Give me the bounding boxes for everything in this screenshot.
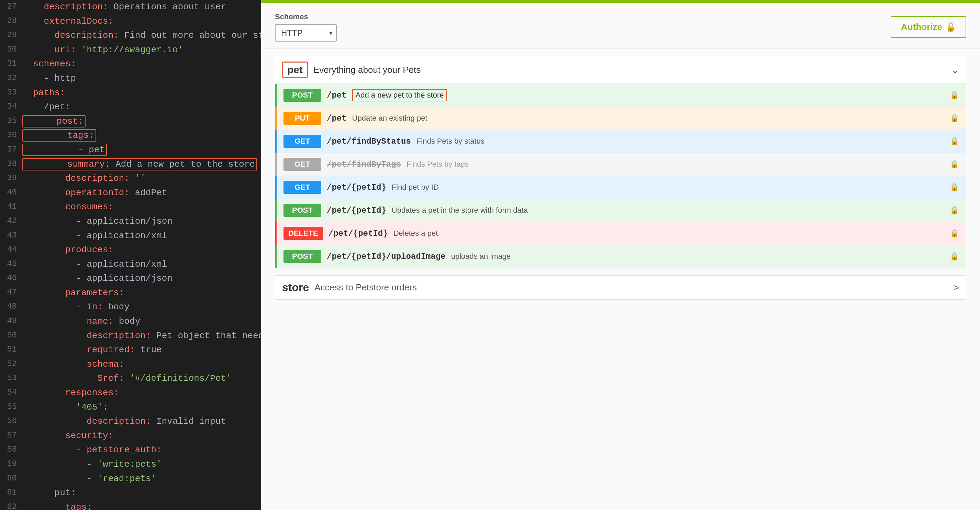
method-badge: GET bbox=[283, 181, 321, 194]
pet-badge: pet bbox=[282, 62, 308, 78]
code-line: 61 put: bbox=[0, 486, 261, 500]
endpoint-path: /pet/findByTags bbox=[327, 160, 401, 169]
method-badge: POST bbox=[283, 250, 321, 263]
endpoint-lock-icon: 🔒 bbox=[950, 137, 959, 146]
code-line: 42 - application/json bbox=[0, 214, 261, 229]
endpoint-lock-icon: 🔒 bbox=[950, 183, 959, 192]
code-line: 54 responses: bbox=[0, 386, 261, 400]
code-line: 51 required: true bbox=[0, 343, 261, 357]
endpoint-summary: Add a new pet to the store bbox=[352, 89, 447, 101]
code-line: 37 - pet bbox=[0, 143, 261, 158]
endpoint-row[interactable]: POST/petAdd a new pet to the store🔒 bbox=[275, 84, 966, 107]
endpoint-row[interactable]: POST/pet/{petId}Updates a pet in the sto… bbox=[275, 199, 966, 222]
code-line: 58 - petstore_auth: bbox=[0, 443, 261, 457]
method-badge: POST bbox=[283, 204, 321, 217]
authorize-label: Authorize bbox=[901, 22, 942, 32]
code-line: 36 tags: bbox=[0, 129, 261, 143]
endpoint-row[interactable]: PUT/petUpdate an existing pet🔒 bbox=[275, 107, 966, 130]
endpoint-summary: Find pet by ID bbox=[392, 183, 439, 192]
code-line: 32 - http bbox=[0, 72, 261, 86]
swagger-header: Schemes HTTP HTTPS Authorize 🔓 bbox=[261, 3, 980, 49]
endpoint-lock-icon: 🔒 bbox=[950, 160, 959, 169]
endpoints-container: POST/petAdd a new pet to the store🔒PUT/p… bbox=[275, 84, 966, 268]
schemes-section: Schemes HTTP HTTPS bbox=[275, 13, 337, 41]
code-line: 45 - application/xml bbox=[0, 257, 261, 272]
code-editor: 27 description: Operations about user28 … bbox=[0, 0, 261, 510]
endpoint-row[interactable]: POST/pet/{petId}/uploadImageuploads an i… bbox=[275, 245, 966, 268]
code-line: 38 summary: Add a new pet to the store bbox=[0, 158, 261, 172]
section-header-left: pet Everything about your Pets bbox=[282, 62, 421, 78]
code-line: 47 parameters: bbox=[0, 286, 261, 300]
endpoint-lock-icon: 🔒 bbox=[950, 229, 959, 238]
code-line: 60 - 'read:pets' bbox=[0, 472, 261, 486]
endpoint-path: /pet/{petId}/uploadImage bbox=[327, 252, 445, 261]
endpoint-row[interactable]: DELETE/pet/{petId}Deletes a pet🔒 bbox=[275, 222, 966, 245]
swagger-panel: Schemes HTTP HTTPS Authorize 🔓 pet Every… bbox=[261, 0, 980, 510]
store-badge: store bbox=[282, 281, 309, 294]
endpoint-lock-icon: 🔒 bbox=[950, 114, 959, 123]
endpoint-row[interactable]: GET/pet/findByStatusFinds Pets by status… bbox=[275, 130, 966, 153]
schemes-select-wrapper: HTTP HTTPS bbox=[275, 24, 337, 41]
endpoint-lock-icon: 🔒 bbox=[950, 206, 959, 215]
code-line: 39 description: '' bbox=[0, 172, 261, 186]
code-line: 55 '405': bbox=[0, 400, 261, 415]
code-line: 56 description: Invalid input bbox=[0, 414, 261, 429]
endpoint-summary: Deletes a pet bbox=[393, 229, 438, 238]
store-chevron-icon: > bbox=[953, 282, 959, 293]
swagger-content: pet Everything about your Pets ⌄ POST/pe… bbox=[261, 49, 980, 510]
pet-api-section: pet Everything about your Pets ⌄ POST/pe… bbox=[275, 56, 966, 268]
method-badge: DELETE bbox=[283, 227, 323, 240]
store-header-left: store Access to Petstore orders bbox=[282, 281, 417, 294]
endpoint-summary: uploads an image bbox=[451, 252, 511, 261]
pet-chevron-icon: ⌄ bbox=[951, 64, 959, 76]
endpoint-path: /pet/findByStatus bbox=[327, 137, 411, 146]
code-line: 35 post: bbox=[0, 115, 261, 129]
endpoint-row[interactable]: GET/pet/{petId}Find pet by ID🔒 bbox=[275, 176, 966, 199]
endpoint-summary: Finds Pets by tags bbox=[407, 160, 469, 169]
code-line: 40 operationId: addPet bbox=[0, 186, 261, 200]
code-line: 57 security: bbox=[0, 429, 261, 443]
top-bar bbox=[261, 0, 980, 3]
schemes-select[interactable]: HTTP HTTPS bbox=[275, 24, 337, 41]
authorize-button[interactable]: Authorize 🔓 bbox=[891, 16, 966, 38]
code-line: 43 - application/xml bbox=[0, 229, 261, 243]
pet-section-header[interactable]: pet Everything about your Pets ⌄ bbox=[275, 56, 966, 84]
code-line: 30 url: 'http://swagger.io' bbox=[0, 43, 261, 57]
method-badge: GET bbox=[283, 135, 321, 148]
code-line: 48 - in: body bbox=[0, 300, 261, 314]
method-badge: GET bbox=[283, 158, 321, 171]
code-line: 29 description: Find out more about our … bbox=[0, 29, 261, 43]
code-line: 62 tags: bbox=[0, 500, 261, 510]
endpoint-summary: Finds Pets by status bbox=[417, 137, 485, 146]
method-badge: PUT bbox=[283, 112, 321, 125]
endpoint-lock-icon: 🔒 bbox=[950, 252, 959, 261]
code-line: 52 schema: bbox=[0, 357, 261, 372]
lock-icon: 🔓 bbox=[946, 22, 956, 32]
code-line: 50 description: Pet object that needs to… bbox=[0, 329, 261, 343]
code-line: 49 name: body bbox=[0, 314, 261, 329]
code-line: 53 $ref: '#/definitions/Pet' bbox=[0, 371, 261, 386]
code-line: 41 consumes: bbox=[0, 200, 261, 214]
code-line: 28 externalDocs: bbox=[0, 14, 261, 29]
endpoint-path: /pet bbox=[327, 114, 347, 123]
schemes-label: Schemes bbox=[275, 13, 337, 21]
method-badge: POST bbox=[283, 89, 321, 102]
endpoint-path: /pet/{petId} bbox=[327, 206, 386, 215]
code-line: 44 produces: bbox=[0, 243, 261, 257]
endpoint-path: /pet bbox=[327, 91, 347, 100]
store-section-header[interactable]: store Access to Petstore orders > bbox=[275, 276, 966, 299]
store-section-title: Access to Petstore orders bbox=[314, 282, 417, 293]
code-line: 33 paths: bbox=[0, 86, 261, 100]
code-line: 31 schemes: bbox=[0, 57, 261, 72]
endpoint-summary: Update an existing pet bbox=[352, 114, 428, 123]
pet-section-title: Everything about your Pets bbox=[313, 65, 421, 75]
code-line: 27 description: Operations about user bbox=[0, 0, 261, 14]
endpoint-path: /pet/{petId} bbox=[328, 229, 388, 238]
endpoint-lock-icon: 🔒 bbox=[950, 91, 959, 100]
code-line: 59 - 'write:pets' bbox=[0, 457, 261, 472]
endpoint-row[interactable]: GET/pet/findByTagsFinds Pets by tags🔒 bbox=[275, 153, 966, 176]
endpoint-path: /pet/{petId} bbox=[327, 183, 386, 192]
store-api-section: store Access to Petstore orders > bbox=[275, 275, 966, 300]
code-line: 34 /pet: bbox=[0, 100, 261, 115]
code-line: 46 - application/json bbox=[0, 271, 261, 286]
